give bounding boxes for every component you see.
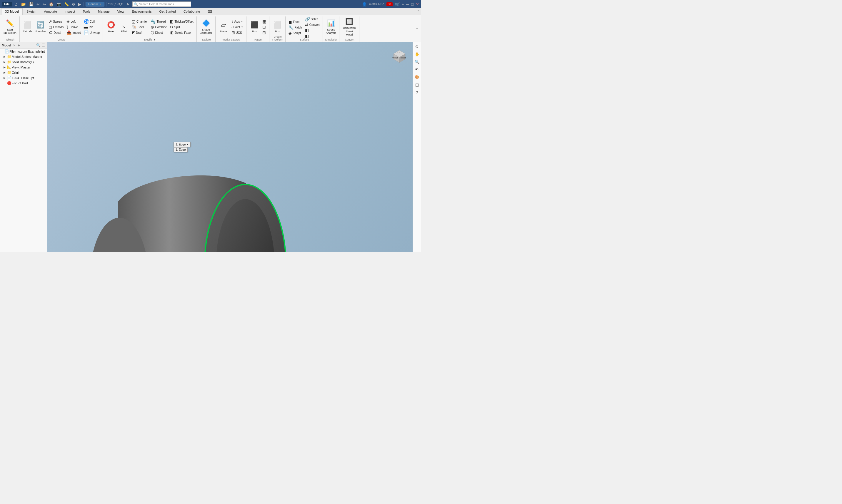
tab-manage[interactable]: Manage — [94, 8, 113, 15]
decal-button[interactable]: 🏷Decal — [47, 30, 65, 35]
face-button[interactable]: ◼Face — [287, 19, 303, 25]
surface-btn3[interactable]: ◧ — [304, 28, 321, 33]
model-tab-close[interactable]: ✕ — [13, 44, 15, 47]
sweep-button[interactable]: ↗Sweep — [47, 19, 65, 24]
coil-button[interactable]: 🌀Coil — [83, 19, 101, 24]
tree-item-ipt1[interactable]: ▶ 📄 1204111001.ipt1 — [0, 75, 47, 80]
tab-collaborate[interactable]: Collaborate — [180, 8, 204, 15]
tab-getstarted[interactable]: Get Started — [156, 8, 180, 15]
expand-ribbon-icon[interactable]: ⌃ — [417, 10, 420, 14]
plane-button[interactable]: ▱ Plane — [217, 21, 230, 34]
look-from-btn[interactable]: 👁 — [414, 66, 420, 73]
model-search-btn[interactable]: 🔍 — [36, 43, 40, 47]
tree-item-modelstates[interactable]: ▶ 📁 Model States: Master — [0, 54, 47, 59]
ribbon-expand-btn[interactable]: ⌃ — [416, 27, 419, 31]
run-icon[interactable]: ▶ — [77, 2, 82, 6]
tab-annotate[interactable]: Annotate — [40, 8, 61, 15]
emboss-button[interactable]: ◻Emboss — [47, 24, 65, 30]
tab-view[interactable]: View — [113, 8, 128, 15]
extrude-button[interactable]: ⬜ Extrude — [21, 21, 34, 34]
stitch-button[interactable]: 🔗Stitch — [304, 16, 321, 22]
pattern-btn2[interactable]: ⊡ — [261, 24, 267, 30]
generic-dropdown[interactable]: Generic ▼ — [86, 2, 104, 6]
tree-item-solidbodies[interactable]: ▶ 📁 Solid Bodies(1) — [0, 59, 47, 65]
point-button[interactable]: ·Point▼ — [230, 24, 245, 30]
modify-arrow[interactable]: ▼ — [153, 38, 156, 41]
tree-item-view[interactable]: ▶ 📐 View: Master — [0, 65, 47, 70]
chamfer-button[interactable]: ◲Chamfer — [130, 19, 149, 24]
surface-btn4[interactable]: ◧ — [304, 33, 321, 38]
model-menu-btn[interactable]: ☰ — [42, 43, 45, 47]
axis-button[interactable]: ↕Axis▼ — [230, 19, 245, 24]
pattern-btn3[interactable]: ⊞ — [261, 30, 267, 35]
sculpt-label: Sculpt — [293, 32, 301, 35]
split-button[interactable]: ✂Split — [169, 24, 194, 30]
tab-inspect[interactable]: Inspect — [61, 8, 79, 15]
tab-environments[interactable]: Environments — [128, 8, 155, 15]
rib-icon: ▬ — [84, 25, 88, 30]
direct-button[interactable]: ⬡Direct — [150, 30, 168, 35]
open-icon[interactable]: 📂 — [21, 2, 27, 6]
maximize-btn[interactable]: □ — [411, 2, 414, 6]
nav-cube[interactable]: TOP FRONT RIGHT — [389, 45, 410, 66]
viewport[interactable]: 1. Edge ▼ 1. Edge TOP FRONT RIGHT — [47, 42, 413, 252]
origin-chevron: ▶ — [3, 71, 6, 74]
help-rt-btn[interactable]: ? — [414, 89, 420, 95]
tree-item-origin[interactable]: ▶ 📁 Origin — [0, 70, 47, 75]
delete-face-button[interactable]: 🗑Delete Face — [169, 30, 194, 35]
box-pattern-button[interactable]: ⬛ Box — [248, 21, 261, 34]
hole-button[interactable]: ⭕ Hole — [105, 21, 117, 34]
revolve-button[interactable]: 🔄 Revolve — [34, 21, 47, 34]
pan-btn[interactable]: ✋ — [414, 51, 420, 57]
convert-surface-button[interactable]: ⇄Convert — [304, 22, 321, 27]
redo-icon[interactable]: ↪ — [42, 2, 47, 6]
orbit-btn[interactable]: ⊙ — [414, 43, 420, 50]
combine-button[interactable]: ⊕Combine — [150, 24, 168, 30]
tooltip-edge-2[interactable]: 1. Edge — [174, 147, 188, 152]
tab-sketch[interactable]: Sketch — [23, 8, 40, 15]
fillet-button[interactable]: ◟ Fillet — [118, 21, 130, 34]
ribbon-group-workfeatures: ▱ Plane ↕Axis▼ ·Point▼ ⊞UCS Work Feature… — [216, 16, 247, 42]
tree-item-root[interactable]: 📄 FileInfo.com Example.ipt — [0, 49, 47, 54]
shell-button[interactable]: 🐚Shell — [130, 24, 149, 30]
settings-icon[interactable]: ⚙ — [71, 2, 76, 6]
appearance-btn[interactable]: 🎨 — [414, 74, 420, 80]
save-icon[interactable]: 💾 — [28, 2, 34, 6]
convert-sheet-metal-button[interactable]: 🔲 Convert toSheet Metal — [341, 17, 357, 37]
thicken-button[interactable]: ◧Thicken/Offset — [169, 19, 194, 24]
patch-button[interactable]: 🔧Patch — [287, 25, 303, 30]
ucs-button[interactable]: ⊞UCS — [230, 30, 245, 35]
tooltip-edge-1[interactable]: 1. Edge ▼ — [174, 142, 191, 147]
shape-generator-button[interactable]: 🔷 ShapeGenerator — [198, 19, 213, 35]
close-btn[interactable]: ✕ — [416, 2, 419, 6]
thread-button[interactable]: 🔩Thread — [150, 19, 168, 24]
tab-help[interactable]: ⌨ — [204, 8, 216, 15]
tree-item-endofpart[interactable]: 🔴 End of Part — [0, 80, 47, 86]
derive-button[interactable]: ⤵Derive — [65, 24, 82, 30]
stress-analysis-button[interactable]: 📊 StressAnalysis — [325, 19, 337, 35]
tab-tools[interactable]: Tools — [79, 8, 94, 15]
start-2d-sketch-button[interactable]: ✏️ Start2D Sketch — [2, 19, 18, 35]
tab-3dmodel[interactable]: 3D Model — [1, 8, 23, 15]
measure-icon[interactable]: 📏 — [64, 2, 69, 6]
file-menu-button[interactable]: File — [2, 2, 12, 6]
loft-button[interactable]: ◈Loft — [65, 19, 82, 24]
import-button[interactable]: 📥Import — [65, 30, 82, 35]
undo-icon[interactable]: ↩ — [36, 2, 40, 6]
model-tab-add[interactable]: + — [18, 43, 20, 48]
camera-icon[interactable]: 📷 — [56, 2, 62, 6]
zoom-search-btn[interactable]: 🔍 — [414, 58, 420, 65]
rib-button[interactable]: ▬Rib — [83, 24, 101, 30]
home-icon[interactable]: 🏠 — [48, 2, 54, 6]
draft-button[interactable]: ◤Draft — [130, 30, 149, 35]
delete-face-label: Delete Face — [175, 31, 191, 34]
point-label: Point — [233, 25, 240, 29]
pattern-btn1[interactable]: ▦ — [261, 19, 267, 24]
new-icon[interactable]: 🗋 — [14, 2, 19, 6]
minimize-btn[interactable]: ─ — [406, 2, 409, 6]
sculpt-button[interactable]: ◈Sculpt — [287, 31, 303, 36]
box-freeform-button[interactable]: ⬜ Box — [271, 21, 283, 34]
section-view-btn[interactable]: ◱ — [414, 82, 420, 88]
delete-face-icon: 🗑 — [170, 30, 174, 35]
unwrap-button[interactable]: 📄Unwrap — [83, 30, 101, 35]
